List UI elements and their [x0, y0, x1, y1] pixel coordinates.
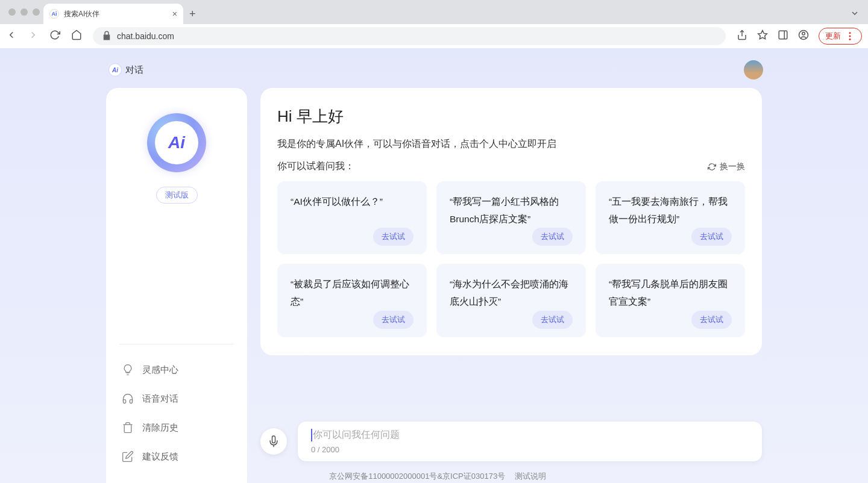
refresh-icon — [708, 163, 716, 171]
panel-icon[interactable] — [778, 30, 788, 43]
input-placeholder: 你可以问我任何问题 — [311, 429, 749, 441]
page-header: Ai 对话 — [0, 55, 868, 84]
favicon-icon: Ai — [49, 9, 59, 19]
prompt-card[interactable]: “五一我要去海南旅行，帮我做一份出行规划” 去试试 — [596, 181, 745, 254]
traffic-lights — [8, 8, 40, 16]
trash-icon — [122, 422, 134, 434]
url-box[interactable]: chat.baidu.com — [93, 27, 726, 45]
try-label: 你可以试着问我： — [277, 160, 354, 173]
sidebar-divider — [119, 344, 234, 344]
prompt-text: “五一我要去海南旅行，帮我做一份出行规划” — [609, 193, 732, 228]
menu-label: 建议反馈 — [142, 451, 178, 463]
footer: 京公网安备11000002000001号&京ICP证030173号 测试说明 — [0, 471, 868, 483]
svg-point-8 — [849, 39, 851, 40]
refresh-button[interactable]: 换一换 — [708, 161, 745, 172]
sidebar-item-voice[interactable]: 语音对话 — [119, 384, 234, 413]
ai-badge-icon: Ai — [108, 63, 122, 76]
tab-title: 搜索AI伙伴 — [64, 9, 99, 19]
toolbar-right: 更新 — [737, 28, 862, 45]
header-left: Ai 对话 — [108, 63, 143, 76]
try-button[interactable]: 去试试 — [373, 311, 414, 329]
browser-chrome: Ai 搜索AI伙伴 × + chat.baidu.com 更新 — [0, 0, 868, 48]
lightbulb-icon — [122, 364, 134, 376]
license-text: 京公网安备11000002000001号&京ICP证030173号 — [329, 472, 505, 481]
beta-badge: 测试版 — [156, 187, 198, 204]
svg-point-5 — [802, 33, 805, 36]
prompt-card[interactable]: “帮我写一篇小红书风格的Brunch店探店文案” 去试试 — [436, 181, 586, 254]
back-button[interactable] — [6, 30, 17, 43]
traffic-max-icon[interactable] — [33, 8, 40, 16]
ai-logo-text: Ai — [155, 121, 198, 164]
profile-icon[interactable] — [798, 30, 809, 43]
ai-logo: Ai — [147, 113, 206, 172]
try-button[interactable]: 去试试 — [691, 228, 732, 246]
main: Hi 早上好 我是你的专属AI伙伴，可以与你语音对话，点击个人中心立即开启 你可… — [260, 88, 762, 483]
prompt-card[interactable]: “海水为什么不会把喷涌的海底火山扑灭” 去试试 — [436, 264, 586, 337]
try-row: 你可以试着问我： 换一换 — [277, 160, 745, 173]
menu-label: 语音对话 — [142, 393, 178, 405]
update-button[interactable]: 更新 — [819, 28, 862, 45]
sidebar-menu: 灵感中心 语音对话 清除历史 建议反馈 — [119, 355, 234, 471]
home-button[interactable] — [71, 30, 82, 43]
microphone-icon — [268, 435, 280, 447]
chat-input[interactable]: 你可以问我任何问题 0 / 2000 — [298, 422, 762, 461]
menu-label: 灵感中心 — [142, 364, 178, 376]
bookmark-icon[interactable] — [757, 30, 768, 43]
char-counter: 0 / 2000 — [311, 445, 749, 454]
try-button[interactable]: 去试试 — [373, 228, 414, 246]
url-text: chat.baidu.com — [117, 31, 174, 41]
new-tab-button[interactable]: + — [189, 4, 196, 24]
content-card: Hi 早上好 我是你的专属AI伙伴，可以与你语音对话，点击个人中心立即开启 你可… — [260, 88, 762, 355]
traffic-close-icon[interactable] — [8, 8, 16, 16]
try-button[interactable]: 去试试 — [691, 311, 732, 329]
svg-marker-1 — [758, 31, 767, 39]
traffic-min-icon[interactable] — [20, 8, 28, 16]
sidebar: Ai 测试版 灵感中心 语音对话 清除历史 建议反馈 — [106, 88, 247, 483]
prompt-text: “AI伙伴可以做什么？” — [291, 193, 414, 211]
tab-close-icon[interactable]: × — [172, 9, 177, 19]
browser-tab[interactable]: Ai 搜索AI伙伴 × — [43, 4, 183, 24]
subtitle: 我是你的专属AI伙伴，可以与你语音对话，点击个人中心立即开启 — [277, 138, 745, 151]
page-title: 对话 — [125, 64, 143, 76]
voice-button[interactable] — [260, 428, 287, 455]
prompt-text: “帮我写几条脱单后的朋友圈官宣文案” — [609, 276, 732, 310]
layout: Ai 测试版 灵感中心 语音对话 清除历史 建议反馈 — [106, 88, 762, 483]
greeting: Hi 早上好 — [277, 106, 745, 127]
address-bar: chat.baidu.com 更新 — [0, 24, 868, 48]
svg-point-6 — [849, 32, 851, 34]
edit-icon — [122, 450, 134, 463]
try-button[interactable]: 去试试 — [532, 228, 573, 246]
try-button[interactable]: 去试试 — [532, 311, 573, 329]
tab-bar: Ai 搜索AI伙伴 × + — [0, 0, 868, 24]
page-body: Ai 对话 Ai 测试版 灵感中心 语音对话 — [0, 48, 868, 483]
prompt-text: “被裁员了后应该如何调整心态” — [291, 276, 414, 310]
svg-rect-2 — [779, 31, 787, 39]
prompt-card[interactable]: “帮我写几条脱单后的朋友圈官宣文案” 去试试 — [596, 264, 745, 337]
prompt-cards: “AI伙伴可以做什么？” 去试试 “帮我写一篇小红书风格的Brunch店探店文案… — [277, 181, 745, 337]
lock-icon — [101, 30, 112, 43]
nav-icons — [6, 30, 82, 43]
sidebar-item-inspiration[interactable]: 灵感中心 — [119, 355, 234, 384]
forward-button — [28, 30, 39, 43]
test-note-link[interactable]: 测试说明 — [515, 472, 546, 481]
headphones-icon — [122, 393, 134, 405]
svg-point-7 — [849, 36, 851, 37]
prompt-card[interactable]: “被裁员了后应该如何调整心态” 去试试 — [277, 264, 427, 337]
menu-label: 清除历史 — [142, 422, 178, 434]
prompt-card[interactable]: “AI伙伴可以做什么？” 去试试 — [277, 181, 427, 254]
sidebar-item-feedback[interactable]: 建议反馈 — [119, 442, 234, 471]
prompt-text: “海水为什么不会把喷涌的海底火山扑灭” — [450, 276, 573, 310]
reload-button[interactable] — [49, 30, 60, 43]
sidebar-item-clear[interactable]: 清除历史 — [119, 413, 234, 442]
prompt-text: “帮我写一篇小红书风格的Brunch店探店文案” — [450, 193, 573, 228]
share-icon[interactable] — [737, 30, 747, 43]
user-avatar[interactable] — [744, 60, 763, 79]
tabs-dropdown-icon[interactable] — [850, 8, 860, 20]
